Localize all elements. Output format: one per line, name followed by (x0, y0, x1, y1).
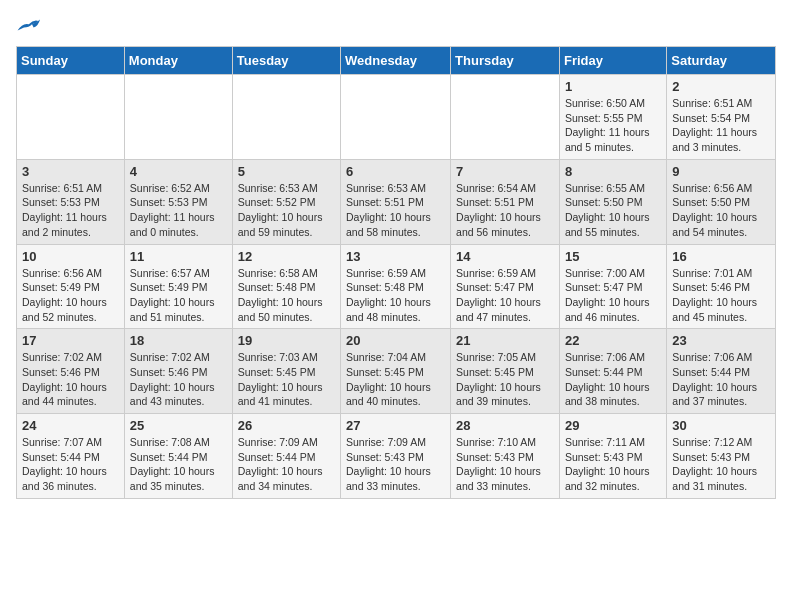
calendar-cell: 27Sunrise: 7:09 AM Sunset: 5:43 PM Dayli… (341, 414, 451, 499)
calendar-cell: 18Sunrise: 7:02 AM Sunset: 5:46 PM Dayli… (124, 329, 232, 414)
day-info: Sunrise: 7:05 AM Sunset: 5:45 PM Dayligh… (456, 350, 554, 409)
day-info: Sunrise: 7:03 AM Sunset: 5:45 PM Dayligh… (238, 350, 335, 409)
day-number: 20 (346, 333, 445, 348)
day-info: Sunrise: 6:53 AM Sunset: 5:51 PM Dayligh… (346, 181, 445, 240)
day-info: Sunrise: 7:12 AM Sunset: 5:43 PM Dayligh… (672, 435, 770, 494)
day-info: Sunrise: 6:54 AM Sunset: 5:51 PM Dayligh… (456, 181, 554, 240)
day-number: 15 (565, 249, 661, 264)
day-info: Sunrise: 7:02 AM Sunset: 5:46 PM Dayligh… (130, 350, 227, 409)
calendar-cell: 12Sunrise: 6:58 AM Sunset: 5:48 PM Dayli… (232, 244, 340, 329)
weekday-header-tuesday: Tuesday (232, 47, 340, 75)
day-info: Sunrise: 6:56 AM Sunset: 5:49 PM Dayligh… (22, 266, 119, 325)
day-number: 17 (22, 333, 119, 348)
logo (16, 16, 42, 34)
day-number: 27 (346, 418, 445, 433)
calendar-cell (232, 75, 340, 160)
day-number: 13 (346, 249, 445, 264)
day-info: Sunrise: 7:08 AM Sunset: 5:44 PM Dayligh… (130, 435, 227, 494)
day-number: 16 (672, 249, 770, 264)
day-info: Sunrise: 7:06 AM Sunset: 5:44 PM Dayligh… (672, 350, 770, 409)
day-number: 24 (22, 418, 119, 433)
day-info: Sunrise: 7:00 AM Sunset: 5:47 PM Dayligh… (565, 266, 661, 325)
day-info: Sunrise: 6:56 AM Sunset: 5:50 PM Dayligh… (672, 181, 770, 240)
calendar-cell: 23Sunrise: 7:06 AM Sunset: 5:44 PM Dayli… (667, 329, 776, 414)
day-number: 11 (130, 249, 227, 264)
logo-bird-icon (16, 16, 40, 34)
calendar-cell: 10Sunrise: 6:56 AM Sunset: 5:49 PM Dayli… (17, 244, 125, 329)
calendar-cell: 11Sunrise: 6:57 AM Sunset: 5:49 PM Dayli… (124, 244, 232, 329)
calendar-cell: 22Sunrise: 7:06 AM Sunset: 5:44 PM Dayli… (559, 329, 666, 414)
calendar-week-row: 17Sunrise: 7:02 AM Sunset: 5:46 PM Dayli… (17, 329, 776, 414)
calendar-week-row: 1Sunrise: 6:50 AM Sunset: 5:55 PM Daylig… (17, 75, 776, 160)
calendar-cell (451, 75, 560, 160)
day-info: Sunrise: 6:55 AM Sunset: 5:50 PM Dayligh… (565, 181, 661, 240)
calendar-cell: 8Sunrise: 6:55 AM Sunset: 5:50 PM Daylig… (559, 159, 666, 244)
day-number: 25 (130, 418, 227, 433)
day-number: 7 (456, 164, 554, 179)
day-info: Sunrise: 6:59 AM Sunset: 5:48 PM Dayligh… (346, 266, 445, 325)
day-number: 21 (456, 333, 554, 348)
day-info: Sunrise: 7:04 AM Sunset: 5:45 PM Dayligh… (346, 350, 445, 409)
calendar-cell: 19Sunrise: 7:03 AM Sunset: 5:45 PM Dayli… (232, 329, 340, 414)
calendar-cell: 17Sunrise: 7:02 AM Sunset: 5:46 PM Dayli… (17, 329, 125, 414)
calendar-cell: 5Sunrise: 6:53 AM Sunset: 5:52 PM Daylig… (232, 159, 340, 244)
day-number: 5 (238, 164, 335, 179)
day-number: 23 (672, 333, 770, 348)
day-number: 14 (456, 249, 554, 264)
day-number: 8 (565, 164, 661, 179)
weekday-header-thursday: Thursday (451, 47, 560, 75)
day-number: 3 (22, 164, 119, 179)
calendar-cell: 24Sunrise: 7:07 AM Sunset: 5:44 PM Dayli… (17, 414, 125, 499)
calendar-table: SundayMondayTuesdayWednesdayThursdayFrid… (16, 46, 776, 499)
day-info: Sunrise: 6:58 AM Sunset: 5:48 PM Dayligh… (238, 266, 335, 325)
day-info: Sunrise: 6:51 AM Sunset: 5:54 PM Dayligh… (672, 96, 770, 155)
day-info: Sunrise: 6:59 AM Sunset: 5:47 PM Dayligh… (456, 266, 554, 325)
weekday-header-monday: Monday (124, 47, 232, 75)
day-info: Sunrise: 7:01 AM Sunset: 5:46 PM Dayligh… (672, 266, 770, 325)
calendar-cell: 4Sunrise: 6:52 AM Sunset: 5:53 PM Daylig… (124, 159, 232, 244)
calendar-week-row: 3Sunrise: 6:51 AM Sunset: 5:53 PM Daylig… (17, 159, 776, 244)
calendar-cell: 26Sunrise: 7:09 AM Sunset: 5:44 PM Dayli… (232, 414, 340, 499)
weekday-header-saturday: Saturday (667, 47, 776, 75)
day-number: 1 (565, 79, 661, 94)
day-number: 2 (672, 79, 770, 94)
calendar-cell: 25Sunrise: 7:08 AM Sunset: 5:44 PM Dayli… (124, 414, 232, 499)
day-number: 12 (238, 249, 335, 264)
calendar-cell: 20Sunrise: 7:04 AM Sunset: 5:45 PM Dayli… (341, 329, 451, 414)
calendar-cell: 9Sunrise: 6:56 AM Sunset: 5:50 PM Daylig… (667, 159, 776, 244)
calendar-cell: 13Sunrise: 6:59 AM Sunset: 5:48 PM Dayli… (341, 244, 451, 329)
calendar-cell: 3Sunrise: 6:51 AM Sunset: 5:53 PM Daylig… (17, 159, 125, 244)
calendar-cell: 14Sunrise: 6:59 AM Sunset: 5:47 PM Dayli… (451, 244, 560, 329)
day-info: Sunrise: 7:11 AM Sunset: 5:43 PM Dayligh… (565, 435, 661, 494)
calendar-cell: 1Sunrise: 6:50 AM Sunset: 5:55 PM Daylig… (559, 75, 666, 160)
day-info: Sunrise: 6:57 AM Sunset: 5:49 PM Dayligh… (130, 266, 227, 325)
day-info: Sunrise: 7:02 AM Sunset: 5:46 PM Dayligh… (22, 350, 119, 409)
calendar-cell: 15Sunrise: 7:00 AM Sunset: 5:47 PM Dayli… (559, 244, 666, 329)
day-info: Sunrise: 7:09 AM Sunset: 5:44 PM Dayligh… (238, 435, 335, 494)
calendar-cell (17, 75, 125, 160)
day-number: 26 (238, 418, 335, 433)
day-number: 19 (238, 333, 335, 348)
day-number: 30 (672, 418, 770, 433)
calendar-cell: 2Sunrise: 6:51 AM Sunset: 5:54 PM Daylig… (667, 75, 776, 160)
day-info: Sunrise: 6:52 AM Sunset: 5:53 PM Dayligh… (130, 181, 227, 240)
day-number: 4 (130, 164, 227, 179)
weekday-header-row: SundayMondayTuesdayWednesdayThursdayFrid… (17, 47, 776, 75)
day-number: 22 (565, 333, 661, 348)
calendar-cell (341, 75, 451, 160)
page: SundayMondayTuesdayWednesdayThursdayFrid… (0, 0, 792, 515)
weekday-header-sunday: Sunday (17, 47, 125, 75)
calendar-cell: 30Sunrise: 7:12 AM Sunset: 5:43 PM Dayli… (667, 414, 776, 499)
calendar-cell: 28Sunrise: 7:10 AM Sunset: 5:43 PM Dayli… (451, 414, 560, 499)
calendar-cell (124, 75, 232, 160)
day-number: 6 (346, 164, 445, 179)
day-info: Sunrise: 7:07 AM Sunset: 5:44 PM Dayligh… (22, 435, 119, 494)
day-number: 10 (22, 249, 119, 264)
day-info: Sunrise: 6:53 AM Sunset: 5:52 PM Dayligh… (238, 181, 335, 240)
calendar-cell: 7Sunrise: 6:54 AM Sunset: 5:51 PM Daylig… (451, 159, 560, 244)
calendar-week-row: 10Sunrise: 6:56 AM Sunset: 5:49 PM Dayli… (17, 244, 776, 329)
day-info: Sunrise: 6:50 AM Sunset: 5:55 PM Dayligh… (565, 96, 661, 155)
day-info: Sunrise: 7:06 AM Sunset: 5:44 PM Dayligh… (565, 350, 661, 409)
weekday-header-wednesday: Wednesday (341, 47, 451, 75)
day-number: 28 (456, 418, 554, 433)
